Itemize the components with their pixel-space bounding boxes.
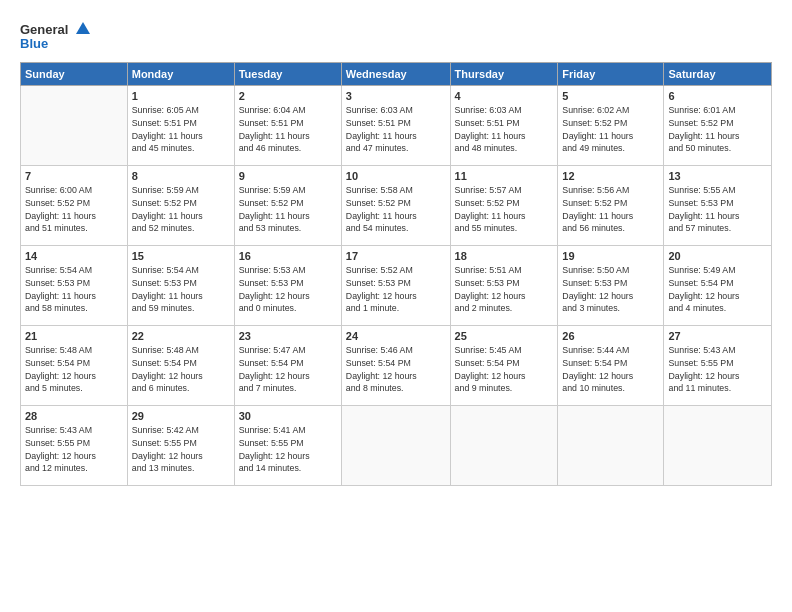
day-number: 20 — [668, 250, 767, 262]
day-number: 3 — [346, 90, 446, 102]
day-info: Sunrise: 5:59 AMSunset: 5:52 PMDaylight:… — [239, 184, 337, 235]
logo-svg: General Blue — [20, 18, 90, 54]
day-info: Sunrise: 5:54 AMSunset: 5:53 PMDaylight:… — [132, 264, 230, 315]
day-info: Sunrise: 6:04 AMSunset: 5:51 PMDaylight:… — [239, 104, 337, 155]
day-info: Sunrise: 5:53 AMSunset: 5:53 PMDaylight:… — [239, 264, 337, 315]
day-cell: 13Sunrise: 5:55 AMSunset: 5:53 PMDayligh… — [664, 166, 772, 246]
day-info: Sunrise: 5:56 AMSunset: 5:52 PMDaylight:… — [562, 184, 659, 235]
day-cell: 18Sunrise: 5:51 AMSunset: 5:53 PMDayligh… — [450, 246, 558, 326]
day-info: Sunrise: 5:41 AMSunset: 5:55 PMDaylight:… — [239, 424, 337, 475]
day-info: Sunrise: 6:03 AMSunset: 5:51 PMDaylight:… — [455, 104, 554, 155]
day-cell: 9Sunrise: 5:59 AMSunset: 5:52 PMDaylight… — [234, 166, 341, 246]
calendar-page: General Blue SundayMondayTuesdayWednesda… — [0, 0, 792, 612]
day-number: 28 — [25, 410, 123, 422]
day-info: Sunrise: 5:54 AMSunset: 5:53 PMDaylight:… — [25, 264, 123, 315]
day-number: 5 — [562, 90, 659, 102]
col-header-sunday: Sunday — [21, 63, 128, 86]
calendar-table: SundayMondayTuesdayWednesdayThursdayFrid… — [20, 62, 772, 486]
logo: General Blue — [20, 18, 90, 54]
week-row-5: 28Sunrise: 5:43 AMSunset: 5:55 PMDayligh… — [21, 406, 772, 486]
day-info: Sunrise: 6:01 AMSunset: 5:52 PMDaylight:… — [668, 104, 767, 155]
day-cell: 30Sunrise: 5:41 AMSunset: 5:55 PMDayligh… — [234, 406, 341, 486]
calendar-header-row: SundayMondayTuesdayWednesdayThursdayFrid… — [21, 63, 772, 86]
day-info: Sunrise: 5:57 AMSunset: 5:52 PMDaylight:… — [455, 184, 554, 235]
col-header-wednesday: Wednesday — [341, 63, 450, 86]
day-cell: 17Sunrise: 5:52 AMSunset: 5:53 PMDayligh… — [341, 246, 450, 326]
day-info: Sunrise: 5:49 AMSunset: 5:54 PMDaylight:… — [668, 264, 767, 315]
day-cell: 20Sunrise: 5:49 AMSunset: 5:54 PMDayligh… — [664, 246, 772, 326]
day-cell — [341, 406, 450, 486]
week-row-3: 14Sunrise: 5:54 AMSunset: 5:53 PMDayligh… — [21, 246, 772, 326]
day-cell: 14Sunrise: 5:54 AMSunset: 5:53 PMDayligh… — [21, 246, 128, 326]
day-number: 15 — [132, 250, 230, 262]
day-number: 12 — [562, 170, 659, 182]
day-number: 16 — [239, 250, 337, 262]
svg-marker-2 — [76, 22, 90, 34]
day-cell — [558, 406, 664, 486]
day-cell: 21Sunrise: 5:48 AMSunset: 5:54 PMDayligh… — [21, 326, 128, 406]
day-number: 7 — [25, 170, 123, 182]
day-info: Sunrise: 6:00 AMSunset: 5:52 PMDaylight:… — [25, 184, 123, 235]
day-cell: 16Sunrise: 5:53 AMSunset: 5:53 PMDayligh… — [234, 246, 341, 326]
day-cell: 10Sunrise: 5:58 AMSunset: 5:52 PMDayligh… — [341, 166, 450, 246]
day-cell: 1Sunrise: 6:05 AMSunset: 5:51 PMDaylight… — [127, 86, 234, 166]
col-header-thursday: Thursday — [450, 63, 558, 86]
day-number: 25 — [455, 330, 554, 342]
week-row-2: 7Sunrise: 6:00 AMSunset: 5:52 PMDaylight… — [21, 166, 772, 246]
day-info: Sunrise: 5:48 AMSunset: 5:54 PMDaylight:… — [25, 344, 123, 395]
day-cell: 24Sunrise: 5:46 AMSunset: 5:54 PMDayligh… — [341, 326, 450, 406]
day-cell: 23Sunrise: 5:47 AMSunset: 5:54 PMDayligh… — [234, 326, 341, 406]
day-info: Sunrise: 5:47 AMSunset: 5:54 PMDaylight:… — [239, 344, 337, 395]
day-cell: 15Sunrise: 5:54 AMSunset: 5:53 PMDayligh… — [127, 246, 234, 326]
day-number: 10 — [346, 170, 446, 182]
day-number: 11 — [455, 170, 554, 182]
day-number: 18 — [455, 250, 554, 262]
day-cell: 3Sunrise: 6:03 AMSunset: 5:51 PMDaylight… — [341, 86, 450, 166]
day-number: 23 — [239, 330, 337, 342]
day-cell — [21, 86, 128, 166]
col-header-friday: Friday — [558, 63, 664, 86]
day-info: Sunrise: 6:05 AMSunset: 5:51 PMDaylight:… — [132, 104, 230, 155]
col-header-tuesday: Tuesday — [234, 63, 341, 86]
day-number: 29 — [132, 410, 230, 422]
day-number: 19 — [562, 250, 659, 262]
header: General Blue — [20, 18, 772, 54]
col-header-saturday: Saturday — [664, 63, 772, 86]
day-cell: 26Sunrise: 5:44 AMSunset: 5:54 PMDayligh… — [558, 326, 664, 406]
day-cell — [664, 406, 772, 486]
day-info: Sunrise: 5:43 AMSunset: 5:55 PMDaylight:… — [668, 344, 767, 395]
day-info: Sunrise: 5:48 AMSunset: 5:54 PMDaylight:… — [132, 344, 230, 395]
week-row-1: 1Sunrise: 6:05 AMSunset: 5:51 PMDaylight… — [21, 86, 772, 166]
day-number: 27 — [668, 330, 767, 342]
day-cell: 19Sunrise: 5:50 AMSunset: 5:53 PMDayligh… — [558, 246, 664, 326]
day-number: 22 — [132, 330, 230, 342]
day-cell: 12Sunrise: 5:56 AMSunset: 5:52 PMDayligh… — [558, 166, 664, 246]
day-info: Sunrise: 5:42 AMSunset: 5:55 PMDaylight:… — [132, 424, 230, 475]
day-cell: 5Sunrise: 6:02 AMSunset: 5:52 PMDaylight… — [558, 86, 664, 166]
day-number: 6 — [668, 90, 767, 102]
day-cell — [450, 406, 558, 486]
week-row-4: 21Sunrise: 5:48 AMSunset: 5:54 PMDayligh… — [21, 326, 772, 406]
day-number: 1 — [132, 90, 230, 102]
day-info: Sunrise: 5:43 AMSunset: 5:55 PMDaylight:… — [25, 424, 123, 475]
day-number: 21 — [25, 330, 123, 342]
day-info: Sunrise: 5:55 AMSunset: 5:53 PMDaylight:… — [668, 184, 767, 235]
day-number: 30 — [239, 410, 337, 422]
day-number: 2 — [239, 90, 337, 102]
day-cell: 29Sunrise: 5:42 AMSunset: 5:55 PMDayligh… — [127, 406, 234, 486]
col-header-monday: Monday — [127, 63, 234, 86]
day-info: Sunrise: 6:02 AMSunset: 5:52 PMDaylight:… — [562, 104, 659, 155]
day-info: Sunrise: 5:59 AMSunset: 5:52 PMDaylight:… — [132, 184, 230, 235]
day-cell: 2Sunrise: 6:04 AMSunset: 5:51 PMDaylight… — [234, 86, 341, 166]
day-info: Sunrise: 6:03 AMSunset: 5:51 PMDaylight:… — [346, 104, 446, 155]
svg-text:General: General — [20, 22, 68, 37]
day-info: Sunrise: 5:44 AMSunset: 5:54 PMDaylight:… — [562, 344, 659, 395]
day-cell: 22Sunrise: 5:48 AMSunset: 5:54 PMDayligh… — [127, 326, 234, 406]
day-number: 26 — [562, 330, 659, 342]
day-cell: 7Sunrise: 6:00 AMSunset: 5:52 PMDaylight… — [21, 166, 128, 246]
day-number: 24 — [346, 330, 446, 342]
day-cell: 4Sunrise: 6:03 AMSunset: 5:51 PMDaylight… — [450, 86, 558, 166]
day-number: 4 — [455, 90, 554, 102]
day-cell: 27Sunrise: 5:43 AMSunset: 5:55 PMDayligh… — [664, 326, 772, 406]
day-info: Sunrise: 5:51 AMSunset: 5:53 PMDaylight:… — [455, 264, 554, 315]
